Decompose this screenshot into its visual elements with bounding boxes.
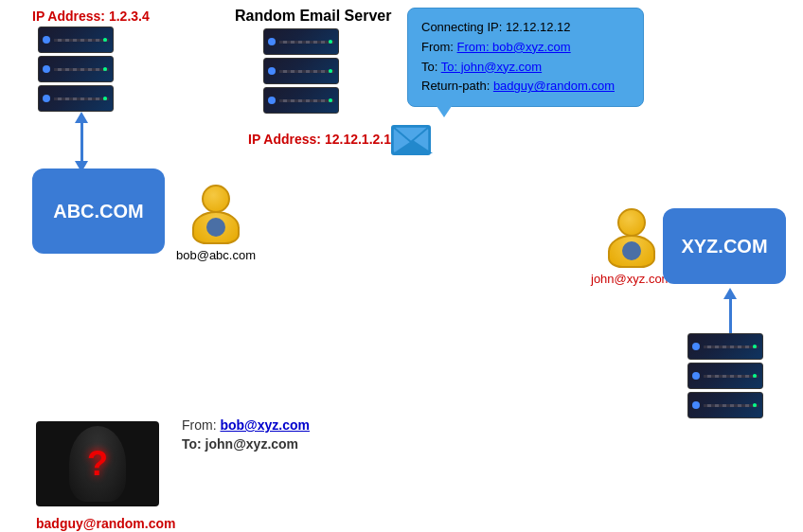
random-email-server-icon (263, 28, 339, 114)
bob-icon (192, 185, 240, 244)
john-icon (608, 208, 655, 268)
arrow-abc-server (75, 112, 88, 172)
hacker-from-label: From: bob@xyz.com (182, 417, 310, 434)
tooltip-bubble: Connecting IP: 12.12.12.12 From: From: b… (407, 8, 644, 107)
tooltip-return-path: Return-path: badguy@random.com (421, 77, 630, 97)
xyz-com-box: XYZ.COM (663, 208, 786, 284)
badguy-label: badguy@random.com (36, 515, 175, 532)
hacker-to-label: To: john@xyz.com (182, 435, 298, 452)
abc-com-box: ABC.COM (32, 168, 165, 254)
xyz-server-icon (687, 333, 763, 418)
email-icon (391, 125, 431, 155)
random-email-server-label: Random Email Server (235, 8, 391, 25)
diagram-container: IP Address: 1.2.3.4 ABC.COM bob@abc.com … (0, 0, 803, 532)
john-person: john@xyz.com (591, 208, 671, 286)
svg-rect-0 (393, 127, 429, 153)
abc-server-icon (38, 27, 114, 112)
ip-label-2: IP Address: 12.12.1.2.12 (248, 131, 399, 148)
ip-label-1: IP Address: 1.2.3.4 (32, 8, 150, 25)
tooltip-connecting-ip: Connecting IP: 12.12.12.12 (421, 18, 630, 38)
hacker-image: ? (36, 421, 159, 506)
tooltip-from: From: From: bob@xyz.com (421, 38, 630, 58)
tooltip-to: To: To: john@xyz.com (421, 58, 630, 78)
bob-person: bob@abc.com (176, 185, 256, 262)
